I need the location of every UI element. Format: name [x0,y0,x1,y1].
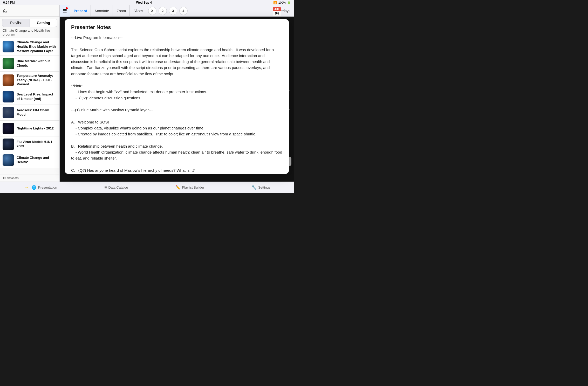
list-item[interactable]: Climate Change and Health: [0,152,59,168]
nav-present-button[interactable]: Present [70,5,91,17]
battery-label: 100% [278,1,286,4]
sidebar: 🗂 Playlist Catalog Climate Change and He… [0,5,60,182]
modal-body: ---Live Program Information--- This Scie… [71,35,283,174]
main-area: ☰ Present Annotate Zoom Slices X 2 3 4 [60,5,294,182]
status-bar-left: 6:24 PM [3,1,15,4]
dataset-thumb [3,123,14,134]
list-item[interactable]: Blue Marble: without Clouds [0,56,59,72]
dataset-title: Climate Change and Health: [17,156,57,164]
presentation-globe-icon: 🌐 [31,185,37,190]
dataset-thumb [3,74,14,86]
nav-x-button[interactable]: X [148,7,156,15]
list-item[interactable]: Aerosols: FIM Chem Model [0,105,59,121]
bottom-tabs: → 🌐 Presentation ≡ Data Catalog ✏️ Playl… [0,182,294,193]
dataset-thumb [3,41,14,52]
calendar-widget[interactable]: JUL 04 [273,7,281,16]
list-item[interactable]: Sea Level Rise: Impact of 6 meter (red) [0,89,59,105]
status-bar: 6:24 PM Wed Sep 4 📶 100% 🔋 [0,0,294,5]
sidebar-tabs: Playlist Catalog [0,17,59,27]
dataset-title: Aerosols: FIM Chem Model [17,108,57,117]
dataset-title: Sea Level Rise: Impact of 6 meter (red) [17,92,57,101]
list-item[interactable]: Temperature Anomaly: Yearly (NOAA) - 185… [0,72,59,89]
tab-catalog[interactable]: Catalog [30,19,57,27]
cal-day: 04 [273,11,281,16]
wifi-icon: 📶 [273,1,277,4]
modal-title: Presenter Notes [71,24,283,30]
nav-4-button[interactable]: 4 [179,7,188,15]
bottom-tab-data-catalog[interactable]: ≡ Data Catalog [99,185,133,190]
dataset-thumb [3,58,14,69]
nav-2-button[interactable]: 2 [159,7,167,15]
status-time: 6:24 PM [3,1,15,4]
presenter-notes-modal[interactable]: Presenter Notes ---Live Program Informat… [65,19,289,174]
bottom-tab-label: Playlist Builder [182,185,204,189]
list-item[interactable]: Nighttime Lights - 2012 [0,121,59,136]
dataset-title: Blue Marble: without Clouds [17,59,57,68]
dataset-thumb [3,107,14,118]
modal-overlay: Presenter Notes ---Live Program Informat… [60,17,294,182]
bottom-tab-presentation[interactable]: → 🌐 Presentation [18,184,62,190]
dataset-title: Nighttime Lights - 2012 [17,126,54,131]
program-label: Climate Change and Health live program [3,29,50,36]
playlist-builder-icon: ✏️ [175,185,181,190]
data-catalog-icon: ≡ [104,185,107,190]
program-header: Climate Change and Health live program [0,27,59,38]
bottom-tab-playlist-builder[interactable]: ✏️ Playlist Builder [170,185,209,190]
settings-icon: 🔧 [251,185,257,190]
folder-icon[interactable]: 🗂 [3,8,8,14]
nav-zoom-button[interactable]: Zoom [113,5,130,17]
main-nav: ☰ Present Annotate Zoom Slices X 2 3 4 [60,5,294,17]
tab-playlist[interactable]: Playlist [2,19,30,27]
dataset-title: Flu Virus Model: H1N1 - 2009 [17,140,57,149]
nav-slices-button[interactable]: Slices [130,5,147,17]
nav-annotate-button[interactable]: Annotate [91,5,113,17]
status-bar-date: Wed Sep 4 [136,1,152,4]
status-bar-right: 📶 100% 🔋 [273,1,291,4]
bottom-tab-label: Presentation [38,185,57,189]
dataset-thumb [3,91,14,102]
list-item[interactable]: Flu Virus Model: H1N1 - 2009 [0,136,59,152]
list-item[interactable]: Climate Change and Health: Blue Marble w… [0,38,59,56]
battery-icon: 🔋 [287,1,291,4]
cal-month: JUL [273,7,281,11]
playlist-icon-button[interactable]: ☰ [60,5,70,17]
yellow-arrow-icon: → [24,184,29,190]
dataset-thumb [3,154,14,166]
bottom-tab-label: Data Catalog [108,185,128,189]
dataset-title: Climate Change and Health: Blue Marble w… [17,40,57,53]
bottom-tab-settings[interactable]: 🔧 Settings [246,185,276,190]
notification-dot [66,7,68,9]
dataset-count: 13 datasets [0,175,59,182]
dataset-title: Temperature Anomaly: Yearly (NOAA) - 185… [17,74,57,87]
bottom-tab-label: Settings [258,185,270,189]
dataset-thumb [3,139,14,150]
nav-3-button[interactable]: 3 [169,7,177,15]
dataset-list: Climate Change and Health: Blue Marble w… [0,38,59,175]
